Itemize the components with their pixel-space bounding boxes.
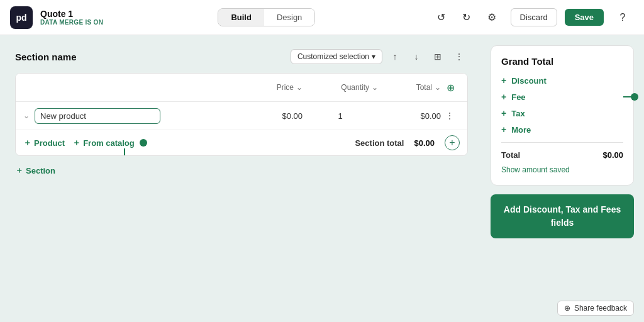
row-more-icon[interactable]: ⋮	[441, 107, 458, 125]
logo-text: pd	[16, 13, 26, 23]
table-header: Price ⌄ Quantity ⌄ Total ⌄ ⊕	[16, 74, 467, 102]
section-total-value: $0.00	[414, 138, 435, 148]
more-plus-icon: +	[501, 125, 506, 135]
more-options-icon[interactable]: ⋮	[450, 48, 468, 65]
section-footer: ＋ Product ＋ From catalog Retrieve produc…	[16, 130, 467, 155]
tab-group: Build Design	[218, 8, 315, 26]
tax-label: Tax	[511, 109, 525, 118]
product-cell: ⌄	[23, 108, 227, 124]
total-row-value: $0.00	[602, 150, 623, 160]
add-section-button[interactable]: ＋ Section	[15, 165, 55, 176]
tab-build[interactable]: Build	[218, 9, 264, 26]
plus-product-icon: ＋	[23, 137, 31, 148]
tab-design[interactable]: Design	[264, 9, 314, 26]
redo-icon[interactable]: ↻	[455, 6, 478, 29]
share-feedback-icon: ⊕	[564, 304, 570, 313]
undo-icon[interactable]: ↺	[430, 6, 453, 29]
share-feedback-label: Share feedback	[574, 304, 627, 313]
tax-item[interactable]: + Tax	[501, 108, 623, 118]
product-table: Price ⌄ Quantity ⌄ Total ⌄ ⊕ ⌄	[15, 73, 468, 156]
section-name-label: Section name	[15, 52, 286, 62]
topbar: pd Quote 1 DATA MERGE IS ON Build Design…	[0, 0, 644, 35]
add-column-icon[interactable]: ⊕	[441, 79, 459, 96]
discard-button[interactable]: Discard	[511, 8, 557, 26]
catalog-connector-dot	[140, 139, 147, 147]
section-controls: Customized selection ▾ ↑ ↓ ⊞ ⋮	[291, 48, 468, 65]
plus-section-icon: ＋	[15, 165, 23, 176]
connector-line-v	[124, 148, 125, 156]
tax-plus-icon: +	[501, 108, 506, 118]
discount-label: Discount	[511, 76, 547, 86]
more-item[interactable]: + More	[501, 125, 623, 135]
sort-total-icon[interactable]: ⌄	[435, 83, 441, 92]
more-label: More	[511, 125, 531, 135]
fee-label: Fee	[511, 92, 525, 102]
total-row: Total $0.00	[501, 150, 623, 160]
sort-quantity-icon[interactable]: ⌄	[372, 83, 378, 92]
sort-price-icon[interactable]: ⌄	[296, 83, 303, 92]
help-icon[interactable]: ?	[611, 6, 634, 29]
grid-icon[interactable]: ⊞	[429, 48, 447, 65]
add-row-button[interactable]: +	[445, 135, 460, 150]
grand-total-title: Grand Total	[501, 56, 623, 67]
quantity-cell: 1	[303, 111, 378, 121]
row-chevron-icon[interactable]: ⌄	[23, 111, 30, 120]
settings-icon[interactable]: ⚙	[480, 6, 503, 29]
table-row: ⌄ $0.00 1 $0.00 ⋮	[16, 102, 467, 130]
section-total-label: Section total	[355, 138, 404, 148]
doc-info: Quote 1 DATA MERGE IS ON	[40, 9, 103, 26]
doc-subtitle: DATA MERGE IS ON	[40, 19, 103, 26]
section-total-area: Section total $0.00 +	[355, 135, 460, 150]
add-section-area: ＋ Section	[15, 165, 468, 176]
move-up-icon[interactable]: ↑	[386, 48, 404, 65]
left-panel: Section name Customized selection ▾ ↑ ↓ …	[0, 35, 480, 322]
logo: pd	[10, 6, 33, 29]
discount-item[interactable]: + Discount	[501, 75, 623, 86]
main-content: Section name Customized selection ▾ ↑ ↓ …	[0, 35, 644, 322]
fee-plus-icon: +	[501, 92, 506, 102]
move-down-icon[interactable]: ↓	[408, 48, 425, 65]
total-col-header: Total ⌄	[378, 83, 441, 92]
quantity-col-header: Quantity ⌄	[303, 83, 378, 92]
fee-item[interactable]: + Fee	[501, 92, 623, 102]
discount-plus-icon: +	[501, 75, 506, 86]
add-buttons-area: ＋ Product ＋ From catalog Retrieve produc…	[23, 137, 135, 148]
show-amount-link[interactable]: Show amount saved	[501, 165, 570, 174]
product-name-input[interactable]	[35, 108, 160, 124]
right-tooltip-bubble: Add Discount, Tax and Fees fields	[491, 194, 634, 238]
plus-catalog-icon: ＋	[72, 137, 80, 148]
customized-selection-dropdown[interactable]: Customized selection ▾	[291, 49, 382, 64]
doc-title: Quote 1	[40, 9, 103, 19]
grand-total-card: Grand Total + Discount + Fee + Tax + Mor…	[491, 45, 634, 186]
add-product-button[interactable]: ＋ Product	[23, 137, 65, 148]
add-catalog-button[interactable]: ＋ From catalog	[72, 137, 135, 148]
price-col-header: Price ⌄	[227, 83, 303, 92]
right-panel: Grand Total + Discount + Fee + Tax + Mor…	[480, 35, 644, 322]
section-header: Section name Customized selection ▾ ↑ ↓ …	[15, 48, 468, 65]
chevron-down-icon: ▾	[372, 52, 375, 61]
right-connector-h	[623, 96, 637, 97]
save-button[interactable]: Save	[565, 9, 604, 26]
total-cell: $0.00	[378, 111, 441, 121]
total-row-label: Total	[501, 150, 520, 160]
share-feedback-button[interactable]: ⊕ Share feedback	[557, 301, 634, 316]
price-cell: $0.00	[227, 111, 303, 121]
divider	[501, 142, 623, 143]
